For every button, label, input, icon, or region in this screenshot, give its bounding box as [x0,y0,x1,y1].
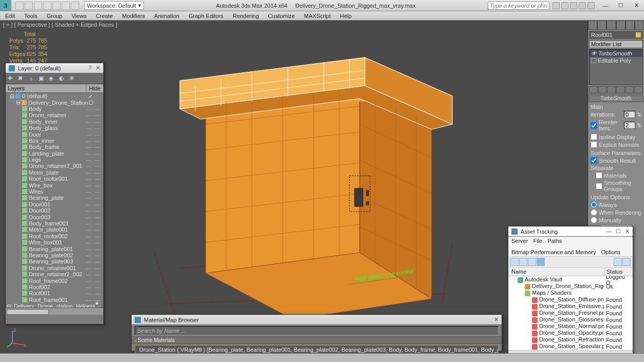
asset-row[interactable]: Drone_Station_Opacity.pngFound [508,330,633,336]
asset-row[interactable]: Drone_Station_Normal.pngFound [508,323,633,330]
layer-item[interactable]: Motor_plate001— — [6,226,103,233]
icon[interactable] [587,2,595,9]
add-icon[interactable]: ＋ [28,75,35,82]
modifier-stack[interactable]: 👁TurboSmooth Editable Poly [589,49,643,85]
spinner-arrows[interactable]: ⇅ [637,111,641,118]
render-iters-checkbox[interactable] [591,122,597,129]
layer-item[interactable]: Roof_motor001— — [6,176,103,182]
asset-menu-item[interactable]: Server [511,238,528,244]
menu-views[interactable]: Views [71,13,86,19]
iterations-spinner[interactable]: 0 [624,111,635,118]
asset-row[interactable]: Autodesk VaultLogged O [508,276,633,283]
layer-item[interactable]: Body— — [6,106,103,112]
tool-btn[interactable] [528,258,536,266]
help-search-input[interactable] [488,2,549,10]
menu-graph-editors[interactable]: Graph Editors [189,13,224,19]
menu-edit[interactable]: Edit [5,13,15,19]
minimize-button[interactable]: — [606,228,612,235]
tool-btn[interactable] [622,258,631,266]
layer-item[interactable]: Door— — [6,131,103,137]
asset-row[interactable]: Drone_Station_Diffuse.pngFound [508,296,633,303]
asset-menu-item[interactable]: File [533,238,542,244]
smooth-result-checkbox[interactable] [591,157,597,164]
close-button[interactable]: ✕ [96,65,100,71]
menu-modifiers[interactable]: Modifiers [122,13,145,19]
layer-item[interactable]: Bearing_plate— — [6,195,103,201]
asset-menu-item[interactable]: Bitmap Performance and Memory [511,249,596,255]
close-button[interactable]: ✕ [494,316,499,323]
qat-btn[interactable] [52,2,61,10]
tool-btn[interactable] [510,258,519,266]
layer-item[interactable]: Roof002— — [6,284,103,290]
spinner-arrows[interactable]: ⇅ [637,122,641,129]
update-render-radio[interactable] [591,209,597,216]
layer-item[interactable]: Bearing_plate001— — [6,245,103,252]
material-search-input[interactable]: Search by Name ... [135,326,499,335]
qat-btn[interactable] [62,2,70,10]
icon[interactable] [553,2,560,9]
modifier-list-dropdown[interactable]: Modifier List [589,40,643,48]
layer-item[interactable]: Bearing_plate003— — [6,258,103,264]
menu-group[interactable]: Group [47,13,63,19]
layer-item[interactable]: ⊟Delivery_Drone_Station [6,99,103,105]
highlight-icon[interactable]: ◈ [49,75,56,82]
asset-row[interactable]: Drone_Station_Fresnel.pngFound [508,310,633,316]
qat-btn[interactable] [25,2,33,10]
layer-item[interactable]: ⊟0 (default)✓ [6,93,103,99]
asset-row[interactable]: Delivery_Drone_Station_Rigged_max_vray.m… [508,283,633,290]
menu-animation[interactable]: Animation [154,13,179,19]
hide-column-header[interactable]: Hide [86,84,103,92]
qat-btn[interactable] [15,2,24,10]
name-column-header[interactable]: Name [508,268,604,276]
asset-menu-item[interactable]: Options [601,249,620,255]
layer-item[interactable]: Bearing_plate002— — [6,252,103,258]
new-layer-icon[interactable]: ✚ [8,75,15,82]
asset-row[interactable]: Drone_Station_Emissive.pngFound [508,303,633,310]
layers-column-header[interactable]: Layers [6,84,86,92]
separate-materials-checkbox[interactable] [596,172,602,179]
layer-item[interactable]: Door001— — [6,201,103,207]
layer-item[interactable]: ⊟Delivery_Drone_station_Helpers● 👁 [6,303,103,308]
close-button[interactable]: ✕ [629,1,644,11]
layer-item[interactable]: Legs— — [6,157,103,163]
layer-item[interactable]: Body_frame001— — [6,220,103,226]
qat-btn[interactable] [71,2,79,10]
icon[interactable] [570,2,577,9]
delete-icon[interactable]: ✖ [18,75,25,82]
minimize-button[interactable]: — [598,1,613,11]
icon[interactable] [561,2,568,9]
maximize-button[interactable]: ☐ [613,1,629,11]
layer-item[interactable]: Roof_frame001— — [6,297,103,303]
asset-menu-item[interactable]: Paths [547,238,562,244]
app-logo[interactable]: 3 [0,0,11,11]
menu-rendering[interactable]: Rendering [233,13,259,19]
layer-item[interactable]: Wires— — [6,188,103,195]
layer-item[interactable]: Landing_plate— — [6,150,103,157]
layer-item[interactable]: Roof_frame002— — [6,277,103,283]
asset-row[interactable]: Drone_Station_Specular.pngFound [508,343,633,350]
layer-item[interactable]: Roof001— — [6,290,103,296]
workspace-selector[interactable]: Workspace: Default▾ [84,1,144,10]
menu-tools[interactable]: Tools [24,13,38,19]
layer-item[interactable]: Roof_motor002— — [6,233,103,239]
separate-smgroups-checkbox[interactable] [596,183,602,189]
tool-btn[interactable] [614,258,622,266]
layer-item[interactable]: Motor_plate— — [6,169,103,176]
explicit-normals-checkbox[interactable] [591,141,597,148]
layer-item[interactable]: Door002— — [6,207,103,214]
qat-btn[interactable] [43,2,51,10]
layer-item[interactable]: Body_frame— — [6,144,103,150]
asset-row[interactable]: Drone_Station_Glossiness.pngFound [508,316,633,323]
freeze-icon[interactable]: ❄ [69,75,77,82]
update-always-radio[interactable] [591,201,597,208]
layer-item[interactable]: Drone_retainer— — [6,112,103,118]
layer-item[interactable]: Drone_retainer001— — [6,265,103,271]
qat-btn[interactable] [34,2,42,10]
object-color-swatch[interactable] [636,32,641,37]
stack-buttons[interactable] [589,86,643,93]
layer-item[interactable]: Door003— — [6,214,103,220]
close-button[interactable]: ✕ [625,228,630,235]
rollout-header-turbosmooth[interactable]: TurboSmooth [588,94,643,102]
selected-object-name[interactable]: Roof001 [589,31,643,39]
material-group-header[interactable]: - Scene Materials [132,336,502,344]
